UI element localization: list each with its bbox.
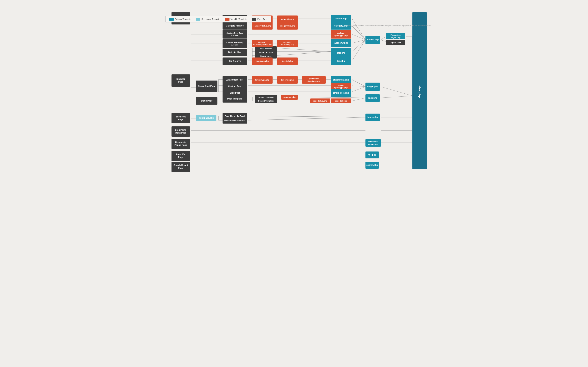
legend-variable-box: [225, 18, 229, 21]
legend-primary-box: [169, 18, 174, 21]
legend-variable: Variable Template: [225, 18, 247, 21]
author-php-node: author.php: [331, 15, 351, 22]
category-id-node: category-$id.php: [277, 22, 298, 30]
single-posttype-node: single-$posttype.php: [331, 83, 351, 90]
svg-line-51: [352, 86, 365, 87]
taxonomy-taxonomy-node: taxonomy-$taxonomy.php: [277, 40, 298, 47]
attachment-php-node: attachment.php: [331, 76, 351, 83]
page-php-node: page.php: [365, 94, 380, 102]
static-page-node: Static Page: [196, 97, 217, 105]
posts-shown-on-front-node: Posts Shown On Front: [223, 118, 247, 124]
search-result-page-node: Search ResultPage: [172, 162, 190, 172]
svg-line-24: [277, 52, 331, 55]
custom-post-type-archive-node: Custom Post Type Archive: [223, 30, 247, 39]
tag-slug-node: tag-$slug.php: [252, 58, 273, 65]
legend-primary: Primary Template: [169, 18, 191, 21]
mimetype-subtype-node: $mimetype$subtype.php: [302, 76, 326, 83]
error-404-page-node: Error 404Page: [172, 151, 190, 161]
custom-taxonomy-archive-node: Custom Taxonomy Archive: [223, 39, 247, 48]
comments-popup-page-node: CommentsPopup Page: [172, 139, 190, 149]
archive-posttype-node: archive-$posttype.php: [331, 30, 351, 39]
svg-line-33: [352, 40, 365, 61]
single-post-page-node: Single Post Page: [196, 81, 217, 92]
page-template-node: Page Template: [223, 95, 247, 103]
singular-page-node: SingularPage: [172, 75, 190, 87]
svg-line-61: [298, 97, 365, 98]
svg-line-35: [381, 40, 386, 42]
index-php-node: index.php: [412, 12, 427, 169]
blog-posts-index-node: Blog PostsIndex Page: [172, 126, 190, 137]
site-front-page-node: Site FrontPage: [172, 113, 190, 123]
svg-line-30: [352, 34, 365, 40]
custom-post-node: Custom Post: [223, 83, 247, 90]
comments-popup-php-node: comments-popup.php: [365, 139, 381, 147]
page-slug-node: page-$slug.php: [310, 99, 330, 103]
footer-attribution: Designed by Michelle Schulp at marktimem…: [347, 25, 431, 26]
page-id-node: page-$id.php: [331, 99, 351, 103]
error-404-php-node: 404.php: [365, 151, 379, 158]
taxonomy-php-node: taxonomy.php: [331, 39, 351, 47]
taxonomy-term-node: taxonomy-$taxonomy-$term.php: [252, 40, 273, 47]
search-php-node: search.php: [365, 162, 379, 169]
date-php-node: date.php: [331, 48, 351, 58]
date-archive-node: Date Archive: [223, 49, 247, 56]
mimetype-node: $mimetype.php: [252, 76, 273, 83]
category-slug-node: category-$slug.php: [252, 22, 273, 30]
paged-false-node: Paged: false: [386, 40, 405, 45]
svg-line-62: [352, 98, 365, 101]
svg-line-50: [352, 80, 365, 87]
svg-line-29: [352, 26, 365, 40]
front-page-php-node: front-page.php: [196, 115, 216, 121]
svg-line-34: [381, 37, 386, 40]
legend-pagetype: Page Type: [252, 18, 267, 21]
paged-true-node: Paged:truepaged.php: [386, 33, 405, 39]
legend-secondary-box: [196, 18, 200, 21]
legend-variable-label: Variable Template: [231, 18, 247, 20]
subtype-node: $subtype.php: [277, 76, 298, 83]
default-template-node: Default Template: [255, 99, 277, 103]
tag-archive-node: Tag Archive: [223, 58, 247, 65]
svg-line-28: [352, 19, 365, 40]
svg-line-63: [381, 87, 412, 96]
single-php-node: single.php: [365, 83, 380, 91]
legend: Primary Template Secondary Template Vari…: [165, 16, 271, 22]
svg-line-31: [352, 40, 365, 43]
category-archive-node: Category Archive: [223, 22, 247, 30]
svg-line-22: [277, 48, 331, 52]
legend-primary-label: Primary Template: [175, 18, 191, 20]
svg-line-52: [352, 87, 365, 92]
tag-id-node: tag-$id.php: [277, 58, 298, 65]
custom-php-node: $custom.php: [281, 95, 298, 100]
svg-line-69: [248, 116, 365, 117]
single-post-php-node: single-post.php: [331, 89, 351, 97]
author-id-node: author-$id.php: [277, 16, 298, 23]
legend-secondary-label: Secondary Template: [201, 18, 220, 20]
archive-php-node: archive.php: [365, 36, 380, 44]
legend-secondary: Secondary Template: [196, 18, 220, 21]
attachment-post-node: Attachment Post: [223, 76, 247, 83]
svg-line-32: [352, 40, 365, 52]
legend-pagetype-box: [252, 18, 256, 21]
svg-line-70: [248, 117, 365, 120]
legend-pagetype-label: Page Type: [258, 18, 267, 20]
svg-line-64: [381, 96, 412, 98]
home-php-node: home.php: [365, 114, 380, 121]
diagram-container: Archive Page Author Archive Category Arc…: [155, 4, 433, 12]
tag-php-node: tag.php: [331, 58, 351, 65]
